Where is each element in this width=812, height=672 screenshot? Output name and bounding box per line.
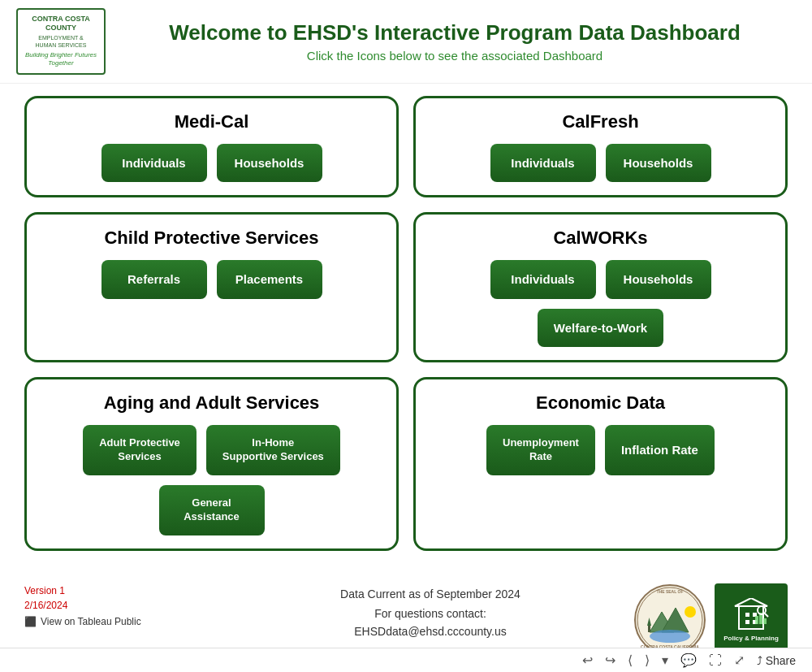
btn-medi-cal-households[interactable]: Households: [217, 144, 322, 183]
card-calworks-title: CalWORKs: [432, 228, 769, 249]
svg-rect-16: [755, 616, 758, 624]
card-calfresh: CalFresh Individuals Households: [413, 96, 788, 198]
card-calfresh-title: CalFresh: [432, 111, 769, 132]
policy-planning-badge: Policy & Planning: [715, 583, 788, 657]
btn-cps-referrals[interactable]: Referrals: [102, 260, 207, 299]
logo-area: CONTRA COSTA COUNTY EMPLOYMENT & HUMAN S…: [16, 8, 114, 75]
svg-point-6: [685, 606, 696, 618]
comment-icon[interactable]: 💬: [680, 652, 697, 668]
btn-calworks-individuals[interactable]: Individuals: [490, 260, 596, 299]
share-button[interactable]: ⤴ Share: [757, 654, 796, 667]
card-aas-title: Aging and Adult Services: [43, 392, 380, 414]
logo-box: CONTRA COSTA COUNTY EMPLOYMENT & HUMAN S…: [16, 8, 106, 75]
card-aas-buttons: Adult ProtectiveServices In-HomeSupporti…: [43, 425, 380, 535]
btn-aas-ihss[interactable]: In-HomeSupportive Services: [206, 425, 340, 475]
card-medi-cal-buttons: Individuals Households: [43, 144, 380, 183]
data-current: Data Current as of September 2024: [227, 587, 633, 600]
btn-cps-placements[interactable]: Placements: [217, 260, 322, 299]
logo-tagline: Building Brighter Futures Together: [23, 51, 99, 68]
btn-aas-aps[interactable]: Adult ProtectiveServices: [83, 425, 197, 475]
view-tableau-link[interactable]: ⬛ View on Tableau Public: [24, 616, 227, 627]
card-medi-cal: Medi-Cal Individuals Households: [24, 96, 399, 198]
svg-point-7: [650, 630, 690, 643]
cards-grid: Medi-Cal Individuals Households CalFresh…: [24, 96, 788, 551]
settings-icon[interactable]: ▾: [662, 652, 668, 668]
share-icon[interactable]: ⤢: [734, 652, 745, 668]
svg-rect-11: [745, 613, 749, 617]
card-cps-buttons: Referrals Placements: [43, 260, 380, 299]
contact-line1: For questions contact:: [374, 607, 486, 620]
back-icon[interactable]: ⟨: [628, 652, 633, 668]
card-cps: Child Protective Services Referrals Plac…: [24, 212, 399, 362]
logo-subtitle: EMPLOYMENT & HUMAN SERVICES: [23, 34, 99, 49]
svg-rect-18: [763, 618, 767, 624]
card-calworks-buttons: Individuals Households Welfare-to-Work: [432, 260, 769, 347]
btn-calworks-households[interactable]: Households: [606, 260, 711, 299]
card-economic-title: Economic Data: [432, 392, 769, 414]
svg-marker-15: [735, 598, 767, 606]
header-subtitle: Click the Icons below to see the associa…: [114, 49, 796, 63]
svg-rect-13: [745, 620, 749, 624]
header-title: Welcome to EHSD's Interactive Program Da…: [114, 20, 796, 46]
header: CONTRA COSTA COUNTY EMPLOYMENT & HUMAN S…: [0, 0, 812, 84]
footer-right: THE SEAL OF CONTRA COSTA CALIFORNIA: [633, 583, 788, 657]
share-label: Share: [766, 654, 796, 667]
header-text: Welcome to EHSD's Interactive Program Da…: [114, 20, 796, 63]
footer-left: Version 1 2/16/2024 ⬛ View on Tableau Pu…: [24, 583, 227, 627]
contact-info: For questions contact: EHSDdata@ehsd.ccc…: [227, 605, 633, 641]
forward-icon[interactable]: ⟩: [645, 652, 650, 668]
version-label: Version 1: [24, 585, 65, 596]
card-aas: Aging and Adult Services Adult Protectiv…: [24, 377, 399, 551]
btn-calfresh-individuals[interactable]: Individuals: [490, 144, 596, 183]
svg-text:THE SEAL OF: THE SEAL OF: [657, 589, 684, 594]
version-date: 2/16/2024: [24, 600, 67, 611]
toolbar: ↩ ↪ ⟨ ⟩ ▾ 💬 ⛶ ⤢ ⤴ Share: [0, 648, 812, 672]
policy-badge-label: Policy & Planning: [723, 635, 779, 642]
share-icon-symbol: ⤴: [757, 654, 762, 667]
fullscreen-icon[interactable]: ⛶: [709, 653, 722, 668]
version-info: Version 1 2/16/2024: [24, 583, 227, 613]
redo-icon[interactable]: ↪: [605, 652, 615, 668]
card-cps-title: Child Protective Services: [43, 228, 380, 249]
main-content: Medi-Cal Individuals Households CalFresh…: [0, 84, 812, 575]
btn-unemployment-rate[interactable]: UnemploymentRate: [486, 425, 595, 475]
tableau-label: View on Tableau Public: [41, 616, 141, 627]
county-seal: THE SEAL OF CONTRA COSTA CALIFORNIA: [633, 583, 706, 657]
card-calfresh-buttons: Individuals Households: [432, 144, 769, 183]
logo-title: CONTRA COSTA COUNTY: [23, 15, 99, 33]
svg-rect-8: [648, 626, 650, 632]
card-economic-buttons: UnemploymentRate Inflation Rate: [432, 425, 769, 475]
tableau-icon: ⬛: [24, 616, 37, 627]
btn-medi-cal-individuals[interactable]: Individuals: [102, 144, 207, 183]
contact-line2: EHSDdata@ehsd.cccounty.us: [354, 625, 507, 638]
undo-icon[interactable]: ↩: [582, 652, 593, 668]
card-economic: Economic Data UnemploymentRate Inflation…: [413, 377, 788, 551]
footer-center: Data Current as of September 2024 For qu…: [227, 583, 633, 641]
btn-aas-ga[interactable]: GeneralAssistance: [159, 485, 265, 535]
btn-calworks-welfare[interactable]: Welfare-to-Work: [538, 309, 663, 348]
card-calworks: CalWORKs Individuals Households Welfare-…: [413, 212, 788, 362]
btn-inflation-rate[interactable]: Inflation Rate: [605, 425, 715, 475]
btn-calfresh-households[interactable]: Households: [606, 144, 711, 183]
svg-line-20: [765, 613, 768, 617]
card-medi-cal-title: Medi-Cal: [43, 111, 380, 132]
